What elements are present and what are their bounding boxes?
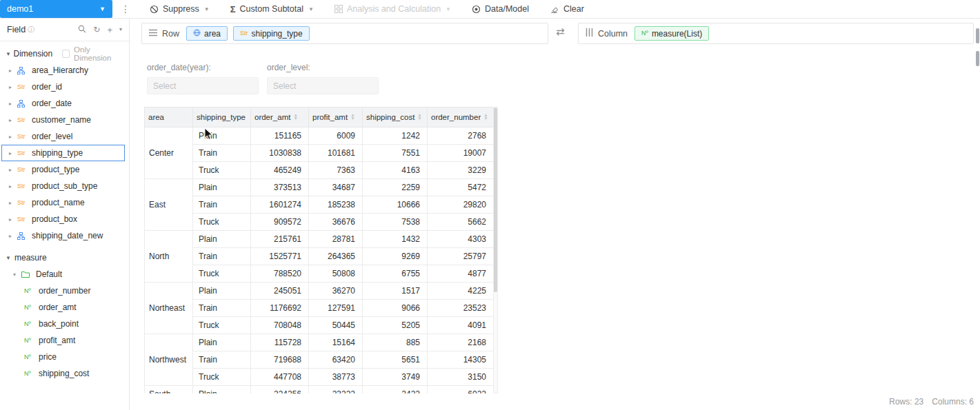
sort-icon[interactable]: ▲▼ [293, 114, 297, 120]
measure-folder-default[interactable]: ▾ Default [1, 266, 125, 283]
search-icon[interactable] [78, 25, 86, 34]
column-header-order_number[interactable]: order_number▲▼ [428, 107, 494, 127]
profit_amt-cell[interactable]: 50445 [309, 317, 363, 334]
area-cell-Northwest[interactable]: Northwest [145, 334, 193, 386]
filter-select[interactable]: Select [147, 77, 259, 94]
area-cell-North[interactable]: North [145, 231, 193, 283]
shipping-type-cell[interactable]: Truck [193, 214, 251, 231]
profit_amt-cell[interactable]: 23222 [309, 386, 363, 394]
shipping_cost-cell[interactable]: 1432 [363, 231, 428, 248]
order_amt-cell[interactable]: 1176692 [251, 300, 309, 317]
expand-caret-icon[interactable]: ▸ [9, 233, 17, 239]
profit_amt-cell[interactable]: 50808 [309, 265, 363, 283]
order_number-cell[interactable]: 3150 [428, 369, 494, 386]
order_amt-cell[interactable]: 909572 [251, 214, 309, 231]
shipping_cost-cell[interactable]: 5651 [363, 351, 428, 369]
measure-section-header[interactable]: ▼ measure [0, 249, 129, 266]
pill-shipping_type[interactable]: Strshipping_type [233, 26, 310, 41]
shipping-type-cell[interactable]: Plain [193, 334, 251, 351]
field-item-price[interactable]: Nºprice [1, 349, 125, 365]
field-item-product_name[interactable]: ▸Strproduct_name [1, 194, 125, 211]
field-item-product_box[interactable]: ▸Strproduct_box [1, 211, 125, 227]
dimension-section-header[interactable]: ▼ Dimension Only Dimension [0, 45, 129, 62]
shipping-type-cell[interactable]: Train [193, 351, 251, 369]
order_amt-cell[interactable]: 151165 [251, 127, 309, 145]
profit_amt-cell[interactable]: 36270 [309, 283, 363, 300]
order_amt-cell[interactable]: 465249 [251, 162, 309, 179]
order_number-cell[interactable]: 25797 [428, 248, 494, 265]
refresh-icon[interactable]: ↻ [93, 25, 100, 34]
expand-caret-icon[interactable]: ▸ [9, 167, 17, 173]
area-cell-South[interactable]: South [145, 386, 193, 394]
shipping_cost-cell[interactable]: 2422 [363, 386, 428, 394]
order_number-cell[interactable]: 29820 [428, 196, 494, 214]
shipping-type-cell[interactable]: Train [193, 196, 251, 214]
field-item-profit_amt[interactable]: Nºprofit_amt [1, 332, 125, 349]
column-header-order_amt[interactable]: order_amt▲▼ [251, 107, 309, 127]
order_number-cell[interactable]: 6022 [428, 386, 494, 394]
profit_amt-cell[interactable]: 38773 [309, 369, 363, 386]
expand-caret-icon[interactable]: ▸ [9, 101, 17, 107]
row-shelf[interactable]: Row areaStrshipping_type [141, 23, 548, 44]
profit_amt-cell[interactable]: 34687 [309, 179, 363, 196]
order_number-cell[interactable]: 3229 [428, 162, 494, 179]
order_amt-cell[interactable]: 788520 [251, 265, 309, 283]
order_amt-cell[interactable]: 447708 [251, 369, 309, 386]
order_amt-cell[interactable]: 708048 [251, 317, 309, 334]
area-cell-Northeast[interactable]: Northeast [145, 283, 193, 334]
field-item-shipping_type[interactable]: ▸Strshipping_type [1, 145, 125, 161]
add-field-icon[interactable]: + [107, 25, 112, 34]
shipping_cost-cell[interactable]: 4163 [363, 162, 428, 179]
order_number-cell[interactable]: 2168 [428, 334, 494, 351]
column-header-profit_amt[interactable]: profit_amt▲▼ [309, 107, 363, 127]
sort-icon[interactable]: ▲▼ [350, 114, 354, 120]
field-item-back_point[interactable]: Nºback_point [1, 316, 125, 332]
expand-caret-icon[interactable]: ▸ [9, 117, 17, 123]
profit_amt-cell[interactable]: 6009 [309, 127, 363, 145]
shipping_cost-cell[interactable]: 1242 [363, 127, 428, 145]
shipping-type-cell[interactable]: Truck [193, 317, 251, 334]
field-item-order_amt[interactable]: Nºorder_amt [1, 299, 125, 316]
order_number-cell[interactable]: 4091 [428, 317, 494, 334]
area-cell-East[interactable]: East [145, 179, 193, 231]
field-item-order_number[interactable]: Nºorder_number [1, 283, 125, 299]
order_amt-cell[interactable]: 115728 [251, 334, 309, 351]
shipping-type-cell[interactable]: Plain [193, 179, 251, 196]
shipping-type-cell[interactable]: Truck [193, 265, 251, 283]
order_amt-cell[interactable]: 1030838 [251, 145, 309, 162]
field-item-order_level[interactable]: ▸Strorder_level [1, 128, 125, 145]
order_number-cell[interactable]: 2768 [428, 127, 494, 145]
only-dimension-checkbox[interactable] [62, 50, 70, 58]
column-shelf[interactable]: Column Nºmeasure(List) [578, 23, 974, 44]
toolbar-custom-subtotal[interactable]: ΣCustom Subtotal▼ [230, 4, 314, 14]
column-header-shipping_cost[interactable]: shipping_cost▲▼ [363, 107, 428, 127]
shipping_cost-cell[interactable]: 9269 [363, 248, 428, 265]
field-item-order_date[interactable]: ▸order_date [1, 95, 125, 112]
more-options-icon[interactable]: ⋮ [121, 4, 130, 14]
order_number-cell[interactable]: 4877 [428, 265, 494, 283]
expand-caret-icon[interactable]: ▸ [9, 183, 17, 189]
profit_amt-cell[interactable]: 185238 [309, 196, 363, 214]
expand-caret-icon[interactable]: ▸ [9, 200, 17, 206]
toolbar-data-model[interactable]: Data/Model [472, 4, 529, 14]
field-item-customer_name[interactable]: ▸Strcustomer_name [1, 112, 125, 128]
order_number-cell[interactable]: 23523 [428, 300, 494, 317]
shipping_cost-cell[interactable]: 10666 [363, 196, 428, 214]
shipping_cost-cell[interactable]: 3749 [363, 369, 428, 386]
shipping_cost-cell[interactable]: 2259 [363, 179, 428, 196]
shipping-type-cell[interactable]: Truck [193, 162, 251, 179]
field-item-shipping_date_new[interactable]: ▸shipping_date_new [1, 227, 125, 244]
profit_amt-cell[interactable]: 28781 [309, 231, 363, 248]
field-item-product_sub_type[interactable]: ▸Strproduct_sub_type [1, 178, 125, 194]
shipping_cost-cell[interactable]: 885 [363, 334, 428, 351]
order_amt-cell[interactable]: 245051 [251, 283, 309, 300]
order_amt-cell[interactable]: 373513 [251, 179, 309, 196]
field-item-area_Hierarchy[interactable]: ▸area_Hierarchy [1, 62, 125, 79]
shipping-type-cell[interactable]: Plain [193, 386, 251, 394]
shipping_cost-cell[interactable]: 9066 [363, 300, 428, 317]
chevron-down-icon[interactable]: ▾ [119, 27, 122, 32]
order_number-cell[interactable]: 4225 [428, 283, 494, 300]
shipping-type-cell[interactable]: Plain [193, 283, 251, 300]
shipping_cost-cell[interactable]: 6755 [363, 265, 428, 283]
expand-caret-icon[interactable]: ▸ [9, 216, 17, 223]
